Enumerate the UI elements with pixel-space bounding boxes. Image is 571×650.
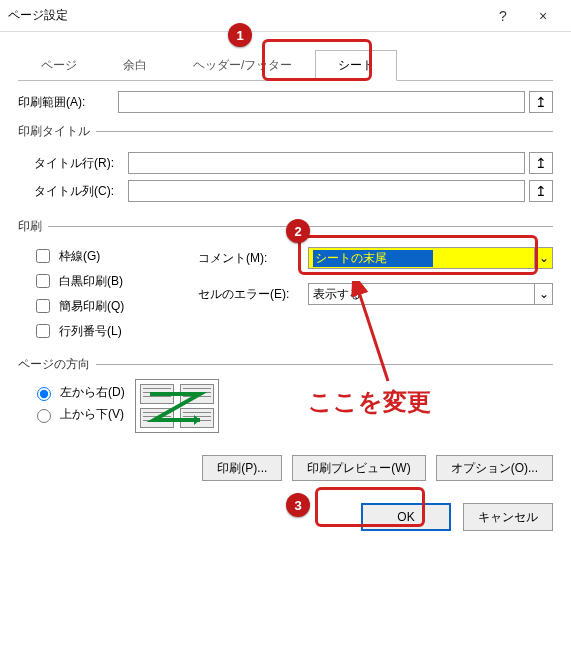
titlebar: ページ設定 ? ×: [0, 0, 571, 32]
print-area-input[interactable]: [118, 91, 525, 113]
comment-value: シートの末尾: [313, 250, 433, 267]
rowcol-checkbox[interactable]: 行列番号(L): [32, 321, 198, 341]
page-order-legend: ページの方向: [18, 356, 96, 373]
comment-combo[interactable]: シートの末尾 ⌄: [308, 247, 553, 269]
print-legend: 印刷: [18, 218, 48, 235]
title-cols-label: タイトル列(C):: [18, 183, 128, 200]
collapse-icon[interactable]: ↥: [529, 152, 553, 174]
page-order-group: ページの方向 左から右(D) 上から下(V): [18, 356, 553, 433]
window-title: ページ設定: [8, 7, 483, 24]
help-button[interactable]: ?: [483, 0, 523, 32]
tab-headerfooter[interactable]: ヘッダー/フッター: [170, 50, 315, 81]
page-order-diagram: [135, 379, 219, 433]
tabstrip: ページ 余白 ヘッダー/フッター シート: [0, 32, 571, 80]
chevron-down-icon[interactable]: ⌄: [534, 284, 552, 304]
tab-page[interactable]: ページ: [18, 50, 100, 81]
print-group: 印刷 枠線(G) 白黒印刷(B) 簡易印刷(Q) 行列番号(L) 2 コメント(…: [18, 218, 553, 346]
gridlines-checkbox[interactable]: 枠線(G): [32, 246, 198, 266]
svg-line-0: [358, 289, 388, 381]
bw-checkbox[interactable]: 白黒印刷(B): [32, 271, 198, 291]
cellerror-label: セルのエラー(E):: [198, 286, 308, 303]
preview-button[interactable]: 印刷プレビュー(W): [292, 455, 425, 481]
print-titles-legend: 印刷タイトル: [18, 123, 96, 140]
annotation-text: ここを変更: [308, 386, 431, 418]
ok-button[interactable]: OK: [361, 503, 451, 531]
comment-label: コメント(M):: [198, 250, 308, 267]
collapse-icon[interactable]: ↥: [529, 180, 553, 202]
title-rows-input[interactable]: [128, 152, 525, 174]
print-titles-group: 印刷タイトル タイトル行(R): ↥ タイトル列(C): ↥: [18, 123, 553, 208]
print-button[interactable]: 印刷(P)...: [202, 455, 282, 481]
draft-checkbox[interactable]: 簡易印刷(Q): [32, 296, 198, 316]
order-tb-radio[interactable]: 上から下(V): [32, 406, 125, 423]
cellerror-combo[interactable]: 表示する ⌄: [308, 283, 553, 305]
title-cols-input[interactable]: [128, 180, 525, 202]
title-rows-label: タイトル行(R):: [18, 155, 128, 172]
options-button[interactable]: オプション(O)...: [436, 455, 553, 481]
annotation-arrow: [348, 281, 408, 391]
tab-margins[interactable]: 余白: [100, 50, 170, 81]
cancel-button[interactable]: キャンセル: [463, 503, 553, 531]
order-lr-radio[interactable]: 左から右(D): [32, 384, 125, 401]
print-area-label: 印刷範囲(A):: [18, 94, 118, 111]
annotation-badge-1: 1: [228, 23, 252, 47]
close-button[interactable]: ×: [523, 0, 563, 32]
collapse-icon[interactable]: ↥: [529, 91, 553, 113]
annotation-badge-3: 3: [286, 493, 310, 517]
tab-sheet[interactable]: シート: [315, 50, 397, 81]
annotation-badge-2: 2: [286, 219, 310, 243]
chevron-down-icon[interactable]: ⌄: [534, 248, 552, 268]
